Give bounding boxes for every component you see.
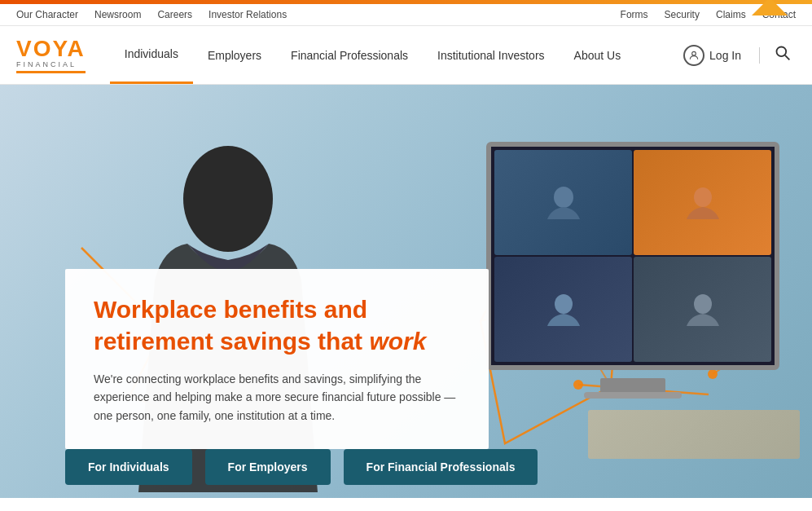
careers-link[interactable]: Careers [157, 9, 192, 20]
video-tile-3 [494, 257, 632, 362]
newsroom-link[interactable]: Newsroom [94, 9, 141, 20]
logo-voya-text: VOYA [16, 37, 86, 60]
main-nav: VOYA FINANCIAL Individuals Employers Fin… [0, 26, 812, 85]
video-tile-1 [494, 150, 632, 255]
security-link[interactable]: Security [665, 9, 700, 20]
top-utility-bar: Our Character Newsroom Careers Investor … [0, 4, 812, 26]
search-button[interactable] [770, 45, 796, 65]
svg-point-16 [555, 294, 573, 314]
svg-point-15 [694, 187, 712, 207]
svg-point-1 [777, 47, 787, 57]
svg-line-2 [785, 55, 789, 59]
hero-card: Workplace benefits and retirement saving… [65, 269, 489, 449]
svg-point-13 [183, 146, 273, 252]
nav-actions: Log In [675, 40, 796, 71]
accent-triangle [752, 0, 788, 15]
investor-relations-link[interactable]: Investor Relations [208, 9, 287, 20]
top-bar-left: Our Character Newsroom Careers Investor … [16, 9, 287, 20]
svg-point-17 [694, 294, 712, 314]
svg-point-0 [692, 51, 696, 55]
hero-title-line2: retirement savings that [94, 328, 369, 355]
hero-title: Workplace benefits and retirement saving… [94, 293, 460, 357]
voya-logo[interactable]: VOYA FINANCIAL [16, 37, 86, 73]
hero-title-line1: Workplace benefits and [94, 296, 367, 323]
nav-individuals[interactable]: Individuals [110, 26, 193, 84]
forms-link[interactable]: Forms [621, 9, 648, 20]
nav-employers[interactable]: Employers [193, 26, 276, 84]
accent-bar [0, 0, 812, 4]
nav-institutional-investors[interactable]: Institutional Investors [423, 26, 560, 84]
nav-about-us[interactable]: About Us [560, 26, 636, 84]
monitor-screen [486, 142, 779, 370]
cta-individuals-button[interactable]: For Individuals [65, 449, 192, 485]
our-character-link[interactable]: Our Character [16, 9, 78, 20]
nav-financial-professionals[interactable]: Financial Professionals [276, 26, 423, 84]
monitor-display [486, 142, 779, 394]
video-tile-2 [634, 150, 771, 255]
logo-financial-text: FINANCIAL [16, 60, 86, 68]
login-button[interactable]: Log In [675, 40, 749, 71]
hero-title-italic: work [369, 328, 426, 355]
claims-link[interactable]: Claims [716, 9, 746, 20]
user-icon [683, 45, 704, 66]
nav-divider [759, 47, 760, 64]
svg-point-14 [554, 187, 573, 208]
video-tile-4 [634, 257, 771, 362]
hero-section: Workplace benefits and retirement saving… [0, 85, 812, 498]
monitor-base [584, 392, 682, 399]
logo-underline [16, 71, 86, 73]
cta-bar: For Individuals For Employers For Financ… [0, 436, 812, 498]
cta-employers-button[interactable]: For Employers [205, 449, 331, 485]
hero-description: We're connecting workplace benefits and … [94, 370, 460, 425]
login-label: Log In [709, 49, 741, 62]
nav-links: Individuals Employers Financial Professi… [110, 26, 675, 84]
cta-financial-professionals-button[interactable]: For Financial Professionals [344, 449, 538, 485]
